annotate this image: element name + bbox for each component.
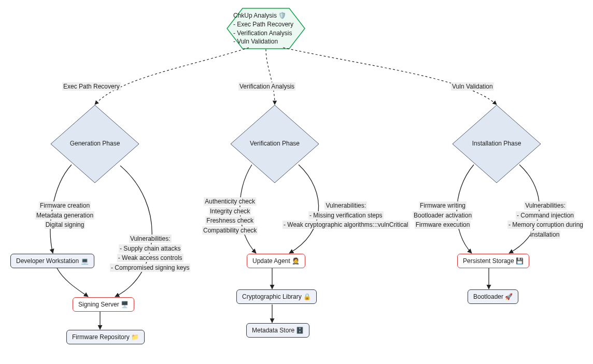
ver-left-edge-label: Authenticity check Integrity check Fresh… xyxy=(202,197,258,235)
edge-root-to-inst xyxy=(283,48,497,105)
node-crypto-library: Cryptographic Library 🔒 xyxy=(236,289,317,304)
ver-right-edge-label: Vulnerabilities: - Missing verification … xyxy=(283,201,410,230)
gen-right-edge-label: Vulnerabilities: - Supply chain attacks … xyxy=(110,234,190,272)
edge-gen-to-sign xyxy=(115,166,152,297)
edge-root-to-gen xyxy=(95,48,249,105)
node-metadata-store: Metadata Store 🗄️ xyxy=(246,323,309,338)
node-persistent-storage: Persistent Storage 💾 xyxy=(457,254,529,268)
phase-generation-label: Generation Phase xyxy=(53,140,136,147)
inst-left-edge-label: Firmware writing Bootloader activation F… xyxy=(413,201,473,230)
phase-installation-label: Installation Phase xyxy=(455,140,538,147)
root-label: ChkUp Analysis 🛡️ - Exec Path Recovery -… xyxy=(233,11,301,46)
branch-label-left: Exec Path Recovery xyxy=(62,82,121,91)
edge-dev-to-sign xyxy=(57,268,88,297)
inst-right-edge-label: Vulnerabilities: - Command injection - M… xyxy=(498,201,593,239)
branch-label-right: Vuln Validation xyxy=(451,82,494,91)
shield-icon: 🛡️ xyxy=(278,12,286,19)
gen-left-edge-label: Firmware creation Metadata generation Di… xyxy=(35,201,94,230)
edge-root-to-ver xyxy=(266,49,275,105)
branch-label-mid: Verification Analysis xyxy=(238,82,295,91)
phase-verification-label: Verification Phase xyxy=(233,140,316,147)
node-firmware-repository: Firmware Repository 📁 xyxy=(66,330,145,344)
node-signing-server: Signing Server 🖥️ xyxy=(73,297,134,312)
node-developer-workstation: Developer Workstation 💻 xyxy=(10,254,94,268)
node-update-agent: Update Agent 🤵 xyxy=(247,254,305,268)
node-bootloader: Bootloader 🚀 xyxy=(468,289,518,304)
